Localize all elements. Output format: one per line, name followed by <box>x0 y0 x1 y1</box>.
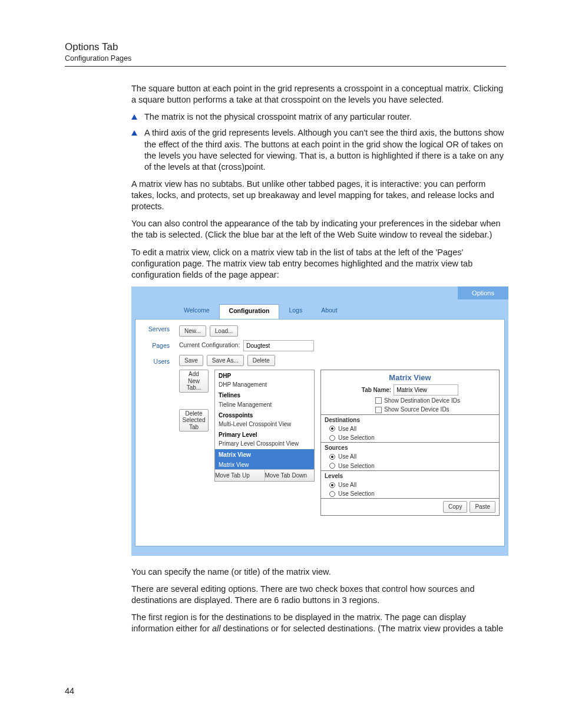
page-number: 44 <box>65 686 74 696</box>
tab-configuration[interactable]: Configuration <box>219 304 280 319</box>
bullet-item: A third axis of the grid represents leve… <box>131 127 506 173</box>
left-button-column: Add New Tab... Delete Selected Tab <box>179 370 209 431</box>
side-nav: Servers Pages Users <box>135 319 174 546</box>
delete-button[interactable]: Delete <box>247 355 275 366</box>
tab-logs[interactable]: Logs <box>279 304 312 319</box>
side-link-users[interactable]: Users <box>154 358 174 366</box>
current-config-input[interactable] <box>243 340 314 351</box>
copy-button[interactable]: Copy <box>443 501 467 512</box>
paragraph: You can specify the name (or title) of t… <box>131 566 506 578</box>
lvl-use-selection-radio[interactable] <box>329 491 335 497</box>
tab-welcome[interactable]: Welcome <box>174 304 219 319</box>
tree-group[interactable]: Tielines <box>215 390 314 399</box>
tab-bar: Welcome Configuration Logs About <box>174 304 505 319</box>
tab-tree: DHP DHP Management Tielines Tieline Mana… <box>214 370 315 482</box>
header-subtitle: Configuration Pages <box>65 54 506 62</box>
new-button[interactable]: New... <box>179 325 206 337</box>
body-column: The square button at each point in the g… <box>131 83 506 634</box>
tree-item[interactable]: DHP Management <box>215 380 314 390</box>
paragraph: To edit a matrix view, click on a matrix… <box>131 247 506 281</box>
bullet-text: A third axis of the grid represents leve… <box>144 128 504 171</box>
src-use-selection-radio[interactable] <box>329 463 335 469</box>
dest-use-selection-radio[interactable] <box>329 435 335 441</box>
app-screenshot: Options Welcome Configuration Logs About… <box>131 286 508 556</box>
show-src-ids-checkbox[interactable] <box>375 407 382 413</box>
bullet-text: The matrix is not the physical crosspoin… <box>144 112 412 121</box>
current-config-label: Current Configuration: <box>179 341 240 350</box>
tab-about[interactable]: About <box>312 304 346 319</box>
load-button[interactable]: Load... <box>210 325 239 337</box>
section-levels: Levels <box>321 470 499 480</box>
tab-name-label: Tab Name: <box>362 386 391 394</box>
radio-label: Use All <box>338 425 356 433</box>
delete-selected-tab-button[interactable]: Delete Selected Tab <box>179 409 209 432</box>
radio-label: Use Selection <box>338 490 375 498</box>
tree-group[interactable]: Primary Level <box>215 429 314 439</box>
section-sources: Sources <box>321 442 499 452</box>
tab-tree-scroll[interactable]: DHP DHP Management Tielines Tieline Mana… <box>215 370 314 469</box>
paste-button[interactable]: Paste <box>470 501 495 512</box>
header-title: Options Tab <box>65 41 506 53</box>
side-link-pages[interactable]: Pages <box>152 342 174 350</box>
src-use-all-radio[interactable] <box>329 454 335 460</box>
tree-group-selected[interactable]: Matrix View <box>215 449 314 460</box>
paragraph: The first region is for the destinations… <box>131 612 506 634</box>
bullet-item: The matrix is not the physical crosspoin… <box>131 111 506 123</box>
side-link-servers[interactable]: Servers <box>148 325 174 334</box>
header-rule <box>65 66 506 67</box>
move-tab-up-button[interactable]: Move Tab Up <box>215 470 265 481</box>
tree-item[interactable]: Primary Level Crosspoint View <box>215 439 314 449</box>
radio-label: Use Selection <box>338 462 375 470</box>
triangle-bullet-icon <box>131 114 137 120</box>
tree-group[interactable]: DHP <box>215 370 314 380</box>
tree-group[interactable]: Crosspoints <box>215 410 314 419</box>
tab-name-input[interactable] <box>394 384 458 396</box>
show-src-ids-label: Show Source Device IDs <box>384 406 449 413</box>
section-destinations: Destinations <box>321 414 499 424</box>
dest-use-all-radio[interactable] <box>329 426 335 431</box>
lvl-use-all-radio[interactable] <box>329 482 335 488</box>
tree-item[interactable]: Tieline Management <box>215 400 314 410</box>
matrix-view-form: Matrix View Tab Name: Show Destination D… <box>320 370 500 515</box>
tree-item[interactable]: Multi-Level Crosspoint View <box>215 419 314 429</box>
radio-label: Use All <box>338 481 356 489</box>
bullet-list: The matrix is not the physical crosspoin… <box>131 111 506 173</box>
triangle-bullet-icon <box>131 130 137 136</box>
move-tab-down-button[interactable]: Move Tab Down <box>265 470 315 481</box>
work-area: Servers Pages Users New... Load... Curre… <box>135 319 505 546</box>
show-dest-ids-label: Show Destination Device IDs <box>384 397 460 404</box>
config-body: New... Load... Current Configuration: Sa… <box>174 319 504 546</box>
paragraph: A matrix view has no subtabs. But unlike… <box>131 179 506 212</box>
paragraph: You can also control the appearance of t… <box>131 218 506 241</box>
show-dest-ids-checkbox[interactable] <box>375 397 382 404</box>
paragraph: There are several editing options. There… <box>131 584 506 606</box>
radio-label: Use All <box>338 453 356 460</box>
options-tab[interactable]: Options <box>458 286 508 300</box>
save-button[interactable]: Save <box>179 355 203 366</box>
tree-item-selected[interactable]: Matrix View <box>215 460 314 469</box>
radio-label: Use Selection <box>338 434 375 442</box>
page-header: Options Tab Configuration Pages <box>65 41 506 67</box>
paragraph: The square button at each point in the g… <box>131 83 506 106</box>
add-new-tab-button[interactable]: Add New Tab... <box>179 370 209 393</box>
form-title: Matrix View <box>321 370 499 384</box>
save-as-button[interactable]: Save As... <box>207 355 244 366</box>
